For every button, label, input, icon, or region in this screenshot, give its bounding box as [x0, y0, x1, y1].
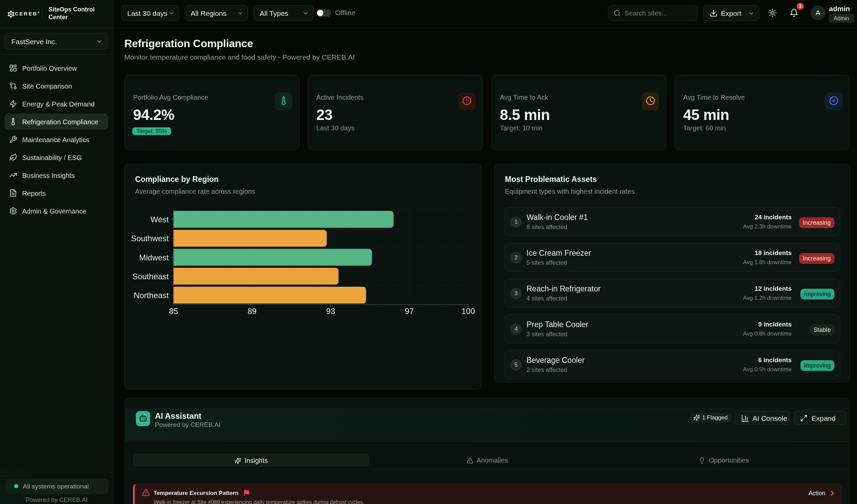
svg-text:Northeast: Northeast [134, 291, 169, 300]
svg-text:100: 100 [461, 306, 475, 316]
svg-text:Midwest: Midwest [139, 253, 169, 262]
svg-text:85: 85 [169, 306, 178, 316]
svg-text:Southwest: Southwest [131, 234, 169, 243]
svg-text:93: 93 [326, 306, 335, 316]
svg-text:Southeast: Southeast [132, 272, 169, 281]
svg-text:89: 89 [248, 306, 257, 316]
svg-text:West: West [151, 215, 169, 224]
svg-text:97: 97 [405, 306, 414, 316]
